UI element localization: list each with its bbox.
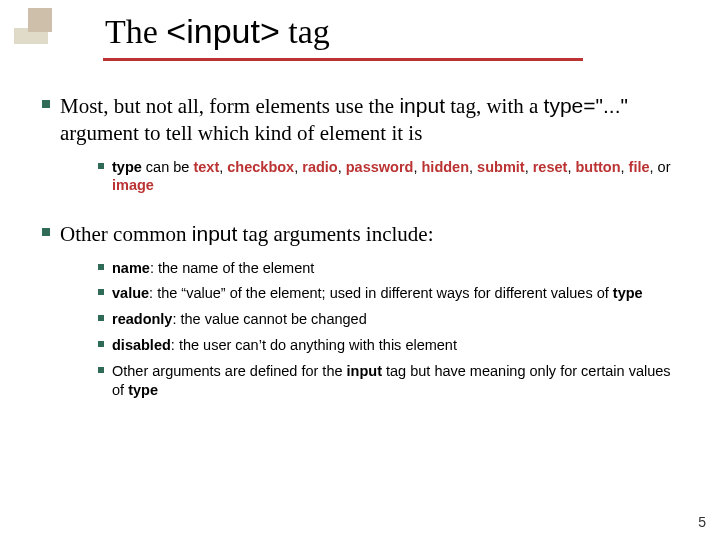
- kw-button: button: [575, 159, 620, 175]
- t: ,: [338, 159, 346, 175]
- bullet-1: Most, but not all, form elements use the…: [42, 92, 682, 202]
- kw-submit: submit: [477, 159, 525, 175]
- b2-code-input: input: [192, 222, 238, 245]
- page-number: 5: [698, 514, 706, 530]
- b1-text-c: tag, with a: [445, 94, 544, 118]
- b1-text-e: argument to tell which kind of element i…: [60, 121, 422, 145]
- square-bullet-icon: [98, 341, 104, 347]
- bullet-2-2: value: the “value” of the element; used …: [98, 284, 682, 303]
- kw-file: file: [629, 159, 650, 175]
- b1-text-a: Most, but not all, form elements use the: [60, 94, 399, 118]
- square-bullet-icon: [98, 315, 104, 321]
- kw-disabled: disabled: [112, 337, 171, 353]
- title-decoration-front: [28, 8, 52, 32]
- b1-code-input: input: [399, 94, 445, 117]
- kw-name: name: [112, 260, 150, 276]
- t: : the name of the element: [150, 260, 314, 276]
- kw-type2: type: [613, 285, 643, 301]
- kw-type3: type: [128, 382, 158, 398]
- square-bullet-icon: [98, 264, 104, 270]
- t: : the “value” of the element; used in di…: [149, 285, 613, 301]
- square-bullet-icon: [98, 289, 104, 295]
- title-part-2: tag: [280, 13, 330, 50]
- kw-value: value: [112, 285, 149, 301]
- kw-radio: radio: [302, 159, 337, 175]
- kw-text: text: [193, 159, 219, 175]
- t: : the user can’t do anything with this e…: [171, 337, 457, 353]
- square-bullet-icon: [42, 228, 50, 236]
- square-bullet-icon: [42, 100, 50, 108]
- title-code: <input>: [166, 12, 279, 50]
- t: can be: [142, 159, 194, 175]
- kw-type: type: [112, 159, 142, 175]
- b2-text-a: Other common: [60, 222, 192, 246]
- kw-input2: input: [347, 363, 382, 379]
- bullet-2-5: Other arguments are defined for the inpu…: [98, 362, 682, 400]
- kw-reset: reset: [533, 159, 568, 175]
- t: , or: [650, 159, 671, 175]
- t: : the value cannot be changed: [172, 311, 366, 327]
- kw-checkbox: checkbox: [227, 159, 294, 175]
- b2-text-c: tag arguments include:: [237, 222, 433, 246]
- square-bullet-icon: [98, 163, 104, 169]
- title-part-1: The: [105, 13, 166, 50]
- bullet-1-1: type can be text, checkbox, radio, passw…: [98, 158, 682, 196]
- t: ,: [469, 159, 477, 175]
- t: ,: [525, 159, 533, 175]
- b1-code-type: type="...": [544, 94, 628, 117]
- kw-readonly: readonly: [112, 311, 172, 327]
- slide-title: The <input> tag: [105, 12, 330, 51]
- slide-body: Most, but not all, form elements use the…: [42, 92, 682, 425]
- square-bullet-icon: [98, 367, 104, 373]
- title-underline: [103, 58, 583, 61]
- bullet-2: Other common input tag arguments include…: [42, 220, 682, 406]
- bullet-2-4: disabled: the user can’t do anything wit…: [98, 336, 682, 355]
- t: ,: [413, 159, 421, 175]
- bullet-2-1: name: the name of the element: [98, 259, 682, 278]
- kw-hidden: hidden: [422, 159, 470, 175]
- kw-image: image: [112, 177, 154, 193]
- kw-password: password: [346, 159, 414, 175]
- t: Other arguments are defined for the: [112, 363, 347, 379]
- t: ,: [621, 159, 629, 175]
- bullet-2-3: readonly: the value cannot be changed: [98, 310, 682, 329]
